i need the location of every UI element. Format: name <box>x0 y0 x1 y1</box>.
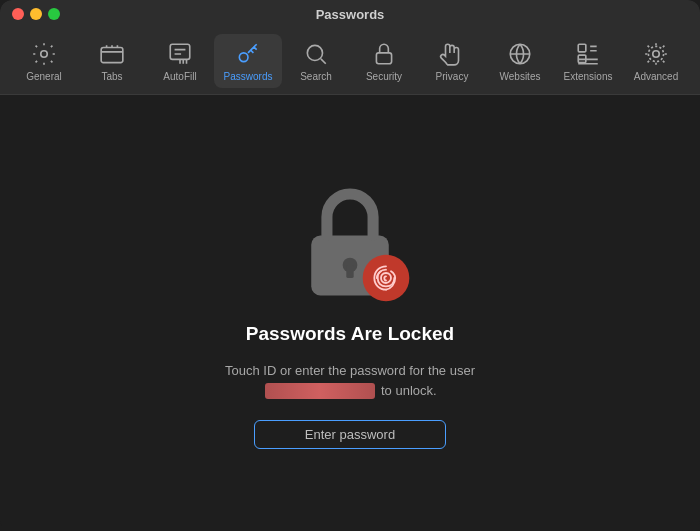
svg-rect-7 <box>578 44 586 52</box>
subtitle-line1: Touch ID or enter the password for the u… <box>225 363 475 378</box>
toolbar-item-autofill[interactable]: AutoFill <box>146 34 214 88</box>
locked-subtitle: Touch ID or enter the password for the u… <box>225 361 475 400</box>
title-bar: Passwords <box>0 0 700 28</box>
svg-rect-2 <box>170 44 190 59</box>
passwords-label: Passwords <box>224 71 273 82</box>
svg-rect-1 <box>101 48 123 63</box>
toolbar: General Tabs AutoFill Passwords <box>0 28 700 95</box>
toolbar-item-search[interactable]: Search <box>282 34 350 88</box>
subtitle-line2: to unlock. <box>381 383 437 398</box>
toolbar-item-passwords[interactable]: Passwords <box>214 34 282 88</box>
search-icon <box>302 40 330 68</box>
close-button[interactable] <box>12 8 24 20</box>
toolbar-item-general[interactable]: General <box>10 34 78 88</box>
search-label: Search <box>300 71 332 82</box>
gear-icon <box>30 40 58 68</box>
toolbar-item-tabs[interactable]: Tabs <box>78 34 146 88</box>
security-icon <box>370 40 398 68</box>
autofill-icon <box>166 40 194 68</box>
hand-icon <box>438 40 466 68</box>
svg-point-0 <box>41 51 48 58</box>
toolbar-item-websites[interactable]: Websites <box>486 34 554 88</box>
window-title: Passwords <box>316 7 385 22</box>
toolbar-item-extensions[interactable]: Extensions <box>554 34 622 88</box>
traffic-lights <box>12 8 60 20</box>
extensions-label: Extensions <box>564 71 613 82</box>
svg-point-4 <box>307 45 322 60</box>
lock-container <box>285 177 415 307</box>
globe-icon <box>506 40 534 68</box>
svg-point-3 <box>239 53 248 62</box>
security-label: Security <box>366 71 402 82</box>
svg-point-14 <box>363 255 410 302</box>
tabs-label: Tabs <box>101 71 122 82</box>
enter-password-button[interactable]: Enter password <box>254 420 446 449</box>
extensions-icon <box>574 40 602 68</box>
toolbar-item-security[interactable]: Security <box>350 34 418 88</box>
svg-rect-5 <box>376 53 391 64</box>
svg-rect-13 <box>346 265 353 278</box>
toolbar-item-advanced[interactable]: Advanced <box>622 34 690 88</box>
advanced-icon <box>642 40 670 68</box>
websites-label: Websites <box>500 71 541 82</box>
minimize-button[interactable] <box>30 8 42 20</box>
key-icon <box>234 40 262 68</box>
svg-point-9 <box>653 51 660 58</box>
privacy-label: Privacy <box>436 71 469 82</box>
general-label: General <box>26 71 62 82</box>
toolbar-item-privacy[interactable]: Privacy <box>418 34 486 88</box>
main-content: Passwords Are Locked Touch ID or enter t… <box>0 95 700 531</box>
autofill-label: AutoFill <box>163 71 196 82</box>
username-redacted <box>265 383 375 399</box>
maximize-button[interactable] <box>48 8 60 20</box>
locked-title: Passwords Are Locked <box>246 323 454 345</box>
svg-point-10 <box>648 46 663 61</box>
tabs-icon <box>98 40 126 68</box>
advanced-label: Advanced <box>634 71 678 82</box>
fingerprint-icon <box>361 253 411 303</box>
